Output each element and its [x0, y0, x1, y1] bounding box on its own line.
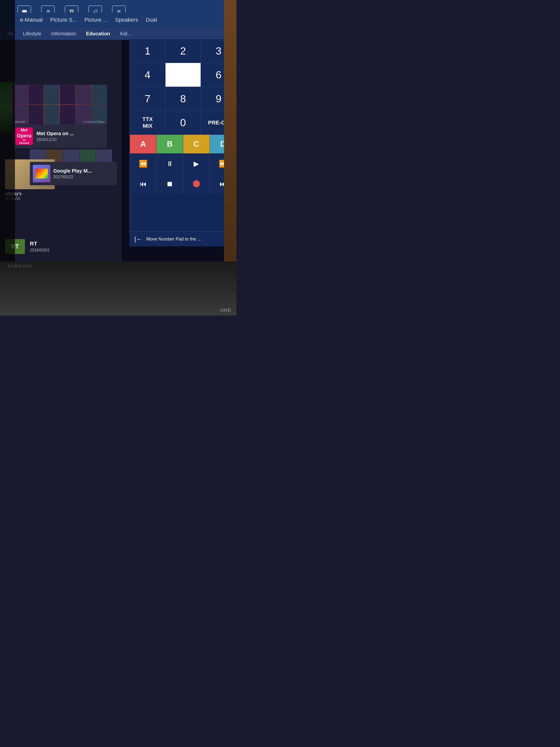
play-btn[interactable]: ▶	[183, 154, 210, 174]
key-5[interactable]	[165, 63, 201, 87]
opera-text: Met Opera on ... 2016/11/10	[36, 131, 74, 142]
gplay-card[interactable]: Google Play M... 2017/05/22	[30, 162, 117, 185]
opera-sub-label: Le Nozze di Figaro	[84, 121, 105, 123]
nav-education[interactable]: Education	[86, 31, 110, 36]
pause-btn[interactable]: ⏸	[157, 154, 183, 174]
nav-item-speakers[interactable]: Speakers	[115, 17, 138, 23]
key-7[interactable]: 7	[130, 87, 165, 110]
move-hint-text: Move Number Pad to the ...	[146, 236, 201, 242]
opera-video-grid	[12, 85, 107, 125]
opera-logo: Met Opera on Demand	[16, 128, 33, 145]
opera-info: Met Opera on Demand Met Opera on ... 201…	[12, 125, 107, 148]
nav-lifestyle[interactable]: Lifestyle	[23, 31, 41, 36]
tv-bezel	[0, 261, 236, 315]
nav-item-picture2[interactable]: Picture ...	[84, 17, 108, 23]
video-cell-10	[60, 105, 75, 125]
samsung-brand: SAMSUNG	[7, 264, 33, 268]
video-cell-5	[76, 85, 91, 104]
rt-text: RT 2018/03/01	[30, 240, 50, 253]
media-controls-row2: ⏮ ⏹ ⏭	[130, 174, 236, 194]
color-btn-a[interactable]: A	[130, 135, 156, 153]
opera-title: Met Opera on ...	[36, 131, 74, 136]
prev-btn[interactable]: ⏮	[130, 174, 156, 194]
gplay-logo	[33, 165, 50, 182]
move-left-icon: |←	[134, 235, 142, 243]
key-4[interactable]: 4	[130, 63, 165, 87]
video-cell-8	[28, 105, 44, 125]
gplay-title: Google Play M...	[53, 168, 91, 174]
rt-date: 2018/03/01	[30, 248, 50, 253]
nav-item-pictures[interactable]: Picture S...	[50, 17, 77, 23]
right-wood-edge	[224, 0, 236, 261]
opera-date: 2016/11/10	[36, 137, 74, 142]
video-cell-3	[44, 85, 59, 104]
video-cell-2	[28, 85, 44, 104]
gplay-date: 2017/05/22	[53, 175, 91, 179]
color-btn-b[interactable]: B	[157, 135, 183, 153]
video-cell-4	[60, 85, 75, 104]
second-nav-bar: rts Lifestyle Information Education Kid.…	[0, 27, 236, 40]
tv-screen: 📖 🖥 🖼 🔊 ⊞ ... e-Manual Picture S... Pict…	[0, 0, 236, 261]
stop-btn[interactable]: ⏹	[157, 174, 183, 194]
video-cell-9	[44, 105, 59, 125]
rt-title: RT	[30, 240, 50, 247]
opera-card[interactable]: Macbeth Le Nozze di Figaro Met Opera on …	[12, 85, 107, 148]
move-number-pad-hint[interactable]: |← Move Number Pad to the ...	[129, 232, 236, 247]
nav-item-dual[interactable]: Dual	[145, 17, 157, 23]
key-8[interactable]: 8	[165, 87, 201, 110]
video-cell-6	[91, 85, 107, 104]
color-buttons: A B C D	[130, 135, 236, 153]
key-1[interactable]: 1	[130, 39, 165, 63]
key-2[interactable]: 2	[165, 39, 201, 63]
rt-card[interactable]: RT RT 2018/03/01	[0, 232, 122, 261]
record-btn[interactable]	[183, 174, 210, 194]
top-nav-bar: ... e-Manual Picture S... Picture ... Sp…	[0, 12, 236, 27]
opera-thumbnail: Macbeth Le Nozze di Figaro	[12, 85, 107, 125]
color-btn-c[interactable]: C	[183, 135, 210, 153]
media-controls-row1: ⏪ ⏸ ▶ ⏩	[130, 154, 236, 174]
numpad-grid: 1 2 3 4 6 7 8 9 TTXMIX 0 PRE-CH	[130, 39, 236, 134]
rewind-btn[interactable]: ⏪	[130, 154, 156, 174]
macbeth-label: Macbeth	[15, 120, 25, 123]
numpad-overlay: 1 2 3 4 6 7 8 9 TTXMIX 0 PRE-CH A B C D …	[129, 38, 236, 247]
uhd-badge: UHD	[220, 308, 232, 313]
key-ttx[interactable]: TTXMIX	[130, 111, 165, 134]
content-area: Macbeth Le Nozze di Figaro Met Opera on …	[0, 40, 122, 261]
gplay-logo-inner	[35, 169, 48, 179]
nav-information[interactable]: Information	[51, 31, 76, 36]
record-dot	[193, 180, 200, 187]
left-edge	[0, 0, 15, 261]
key-0[interactable]: 0	[165, 111, 201, 134]
nav-kids[interactable]: Kid...	[120, 31, 131, 36]
gplay-text: Google Play M... 2017/05/22	[53, 168, 91, 179]
